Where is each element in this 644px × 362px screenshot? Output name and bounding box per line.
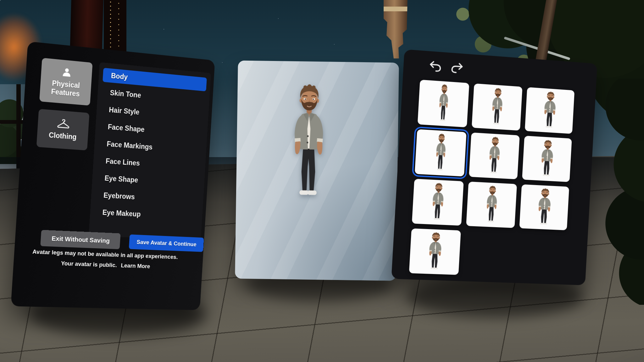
- menu-item-label: Skin Tone: [110, 89, 141, 100]
- tree-foliage: [587, 79, 644, 305]
- stars: [0, 0, 1, 1]
- body-option-9[interactable]: [519, 184, 569, 230]
- avatar-figure: [482, 185, 502, 225]
- body-option-thumbnail: [535, 188, 554, 229]
- menu-item-eye-shape[interactable]: Eye Shape: [96, 171, 201, 191]
- feature-menu: Body Skin Tone Hair Style Face Shape Fac…: [89, 62, 211, 241]
- avatar-figure: [540, 91, 560, 130]
- menu-item-eyebrows[interactable]: Eyebrows: [95, 188, 200, 207]
- avatar-figure: [487, 87, 507, 127]
- body-option-thumbnail: [428, 183, 448, 225]
- body-option-3[interactable]: [525, 87, 575, 134]
- menu-item-label: Eyebrows: [103, 191, 135, 201]
- menu-item-label: Eye Shape: [104, 174, 138, 184]
- body-options-panel: [391, 49, 597, 285]
- exit-without-saving-button[interactable]: Exit Without Saving: [40, 230, 120, 249]
- redo-icon: [450, 62, 464, 74]
- menu-item-label: Face Lines: [105, 157, 140, 167]
- undo-button[interactable]: [427, 59, 444, 75]
- body-option-7[interactable]: [412, 179, 464, 226]
- menu-item-label: Body: [111, 71, 128, 81]
- body-option-thumbnail: [425, 232, 445, 274]
- menu-item-label: Hair Style: [109, 106, 140, 116]
- body-option-thumbnail: [540, 91, 559, 133]
- editor-categories-panel: Physical Features Clothing Body Skin Ton…: [11, 41, 215, 310]
- avatar-figure: [281, 84, 336, 201]
- learn-more-link[interactable]: Learn More: [121, 262, 150, 269]
- body-option-1[interactable]: [418, 80, 469, 128]
- avatar-preview: [281, 84, 336, 201]
- tab-label: Clothing: [48, 131, 77, 141]
- body-option-4[interactable]: [415, 129, 467, 177]
- avatar-figure: [428, 183, 448, 222]
- menu-item-label: Face Shape: [108, 123, 145, 134]
- avatar-figure: [425, 232, 445, 272]
- tab-physical-features[interactable]: Physical Features: [39, 58, 93, 106]
- body-option-thumbnail: [433, 84, 453, 126]
- avatar-public-text: Your avatar is public.: [61, 260, 117, 269]
- body-option-8[interactable]: [466, 182, 517, 228]
- avatar-figure: [535, 188, 554, 227]
- avatar-preview-mirror: [235, 60, 399, 281]
- body-option-10[interactable]: [409, 228, 461, 275]
- body-option-thumbnail: [487, 87, 507, 129]
- avatar-figure: [433, 84, 453, 123]
- tab-label: Physical Features: [42, 78, 90, 99]
- body-option-thumbnail: [482, 185, 502, 227]
- avatar-figure: [485, 136, 504, 176]
- body-option-5[interactable]: [469, 133, 520, 179]
- undo-icon: [429, 60, 442, 73]
- body-option-2[interactable]: [472, 84, 522, 131]
- vr-avatar-editor-scene: Physical Features Clothing Body Skin Ton…: [0, 0, 644, 362]
- category-tabs: Physical Features Clothing: [36, 58, 93, 151]
- person-icon: [61, 67, 72, 78]
- body-option-thumbnail: [430, 133, 451, 175]
- body-options-grid: [391, 72, 596, 279]
- avatar-figure: [537, 140, 557, 178]
- menu-item-eye-makeup[interactable]: Eye Makeup: [94, 205, 199, 224]
- body-option-thumbnail: [537, 140, 557, 181]
- menu-item-label: Eye Makeup: [102, 208, 141, 218]
- body-option-thumbnail: [484, 136, 504, 178]
- hanger-icon: [57, 119, 70, 130]
- avatar-figure: [430, 133, 451, 173]
- body-option-6[interactable]: [522, 136, 572, 182]
- menu-item-label: Face Markings: [107, 140, 153, 151]
- save-avatar-continue-button[interactable]: Save Avatar & Continue: [129, 234, 204, 252]
- redo-button[interactable]: [449, 60, 465, 76]
- tab-clothing[interactable]: Clothing: [36, 109, 90, 150]
